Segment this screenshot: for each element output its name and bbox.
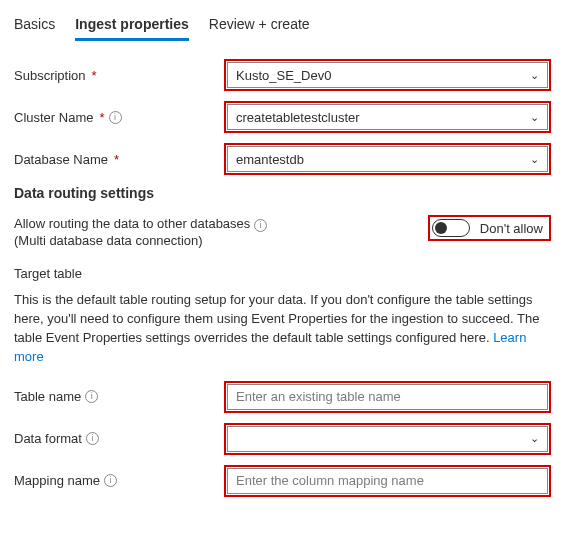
target-desc-text: This is the default table routing setup …: [14, 292, 539, 345]
chevron-down-icon: ⌄: [530, 111, 539, 124]
routing-line1: Allow routing the data to other database…: [14, 216, 250, 231]
info-icon[interactable]: i: [85, 390, 98, 403]
toggle-state-label: Don't allow: [480, 221, 543, 236]
target-table-heading: Target table: [14, 266, 551, 281]
subscription-select[interactable]: Kusto_SE_Dev0 ⌄: [227, 62, 548, 88]
database-name-select[interactable]: emantestdb ⌄: [227, 146, 548, 172]
tab-ingest-properties[interactable]: Ingest properties: [75, 12, 189, 41]
table-name-label: Table name: [14, 389, 81, 404]
target-table-description: This is the default table routing setup …: [14, 291, 551, 366]
tab-basics[interactable]: Basics: [14, 12, 55, 41]
required-marker: *: [114, 152, 119, 167]
cluster-name-value: createtabletestcluster: [236, 110, 360, 125]
info-icon[interactable]: i: [86, 432, 99, 445]
tab-strip: Basics Ingest properties Review + create: [14, 12, 551, 41]
table-name-input[interactable]: Enter an existing table name: [227, 384, 548, 410]
database-name-value: emantestdb: [236, 152, 304, 167]
mapping-name-input[interactable]: Enter the column mapping name: [227, 468, 548, 494]
allow-routing-toggle[interactable]: [432, 219, 470, 237]
cluster-name-select[interactable]: createtabletestcluster ⌄: [227, 104, 548, 130]
required-marker: *: [92, 68, 97, 83]
chevron-down-icon: ⌄: [530, 432, 539, 445]
chevron-down-icon: ⌄: [530, 153, 539, 166]
cluster-name-label: Cluster Name: [14, 110, 93, 125]
routing-line2: (Multi database data connection): [14, 233, 267, 248]
database-name-label: Database Name: [14, 152, 108, 167]
mapping-name-label: Mapping name: [14, 473, 100, 488]
subscription-value: Kusto_SE_Dev0: [236, 68, 331, 83]
data-format-label: Data format: [14, 431, 82, 446]
data-format-select[interactable]: ⌄: [227, 426, 548, 452]
required-marker: *: [99, 110, 104, 125]
toggle-knob: [435, 222, 447, 234]
tab-review-create[interactable]: Review + create: [209, 12, 310, 41]
info-icon[interactable]: i: [254, 219, 267, 232]
table-name-placeholder: Enter an existing table name: [236, 389, 401, 404]
info-icon[interactable]: i: [104, 474, 117, 487]
data-routing-heading: Data routing settings: [14, 185, 551, 201]
subscription-label: Subscription: [14, 68, 86, 83]
chevron-down-icon: ⌄: [530, 69, 539, 82]
mapping-name-placeholder: Enter the column mapping name: [236, 473, 424, 488]
info-icon[interactable]: i: [109, 111, 122, 124]
